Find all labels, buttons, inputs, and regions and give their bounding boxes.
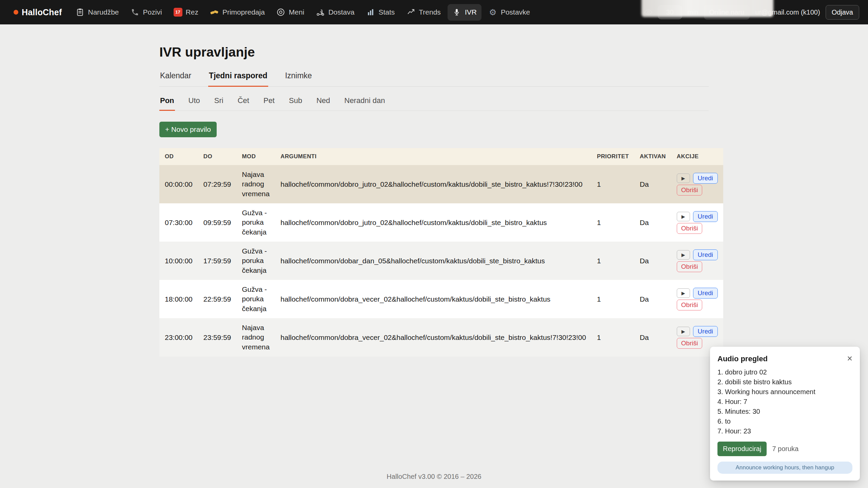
audio-item: 1. dobro jutro 02 bbox=[717, 367, 852, 377]
edit-button[interactable]: Uredi bbox=[693, 173, 718, 184]
main-nav: Narudžbe Pozivi 17 Rez Primopredaja Meni bbox=[71, 4, 535, 21]
cell-aktivan: Da bbox=[634, 280, 671, 318]
table-row[interactable]: 18:00:00 22:59:59 Gužva - poruka čekanja… bbox=[159, 280, 723, 318]
nav-label: IVR bbox=[465, 8, 477, 16]
nav-item-meni[interactable]: Meni bbox=[272, 4, 309, 21]
edit-button[interactable]: Uredi bbox=[693, 288, 718, 299]
calendar-icon: 17 bbox=[174, 8, 182, 17]
audio-preview-panel: Audio pregled × 1. dobro jutro 02 2. dob… bbox=[710, 347, 860, 481]
audio-note-pill: Announce working hours, then hangup bbox=[717, 462, 852, 474]
header-prioritet: PRIORITET bbox=[591, 148, 634, 165]
day-tab-cet[interactable]: Čet bbox=[237, 96, 250, 110]
delete-button[interactable]: Obriši bbox=[677, 338, 703, 349]
nav-item-rez[interactable]: 17 Rez bbox=[169, 4, 203, 20]
cell-aktivan: Da bbox=[634, 318, 671, 357]
day-tab-uto[interactable]: Uto bbox=[188, 96, 201, 110]
edit-button[interactable]: Uredi bbox=[693, 211, 718, 222]
nav-item-trends[interactable]: Trends bbox=[401, 4, 446, 21]
cell-od: 10:00:00 bbox=[159, 242, 198, 280]
table-row[interactable]: 00:00:00 07:29:59 Najava radnog vremena … bbox=[159, 165, 723, 203]
day-tab-neradni-dan[interactable]: Neradni dan bbox=[344, 96, 386, 110]
cell-prioritet: 1 bbox=[591, 242, 634, 280]
cell-akcije: ▶ Uredi Obriši bbox=[671, 242, 723, 280]
nav-item-postavke[interactable]: ⚙ Postavke bbox=[484, 4, 535, 21]
reproduce-button[interactable]: Reproduciraj bbox=[717, 442, 767, 456]
day-tab-pon[interactable]: Pon bbox=[159, 96, 175, 111]
nav-label: Stats bbox=[378, 8, 395, 16]
header-aktivan: AKTIVAN bbox=[634, 148, 671, 165]
cell-prioritet: 1 bbox=[591, 318, 634, 357]
cell-argumenti: hallochef/common/dobro_jutro_02&halloche… bbox=[275, 203, 591, 242]
online-orders-toggle[interactable]: Online naru bbox=[704, 5, 750, 20]
scooter-icon bbox=[316, 8, 325, 17]
minutes-input[interactable] bbox=[658, 5, 682, 19]
nav-item-ivr[interactable]: IVR bbox=[448, 4, 481, 21]
audio-item: 2. dobili ste bistro kaktus bbox=[717, 377, 852, 387]
brand-name: HalloChef bbox=[22, 7, 62, 17]
nav-label: Postavke bbox=[501, 8, 530, 16]
cell-od: 00:00:00 bbox=[159, 165, 198, 203]
top-nav: HalloChef Narudžbe Pozivi 17 Rez Primopr… bbox=[0, 0, 868, 24]
day-tabs: Pon Uto Sri Čet Pet Sub Ned Neradni dan bbox=[159, 96, 709, 111]
brand[interactable]: HalloChef bbox=[14, 7, 62, 17]
edit-button[interactable]: Uredi bbox=[693, 249, 718, 260]
cell-aktivan: Da bbox=[634, 203, 671, 242]
table-row[interactable]: 23:00:00 23:59:59 Najava radnog vremena … bbox=[159, 318, 723, 357]
nav-item-dostava[interactable]: Dostava bbox=[311, 4, 359, 21]
page-title: IVR upravljanje bbox=[159, 45, 709, 60]
audio-item: 7. Hour: 23 bbox=[717, 426, 852, 436]
cell-od: 18:00:00 bbox=[159, 280, 198, 318]
cell-aktivan: Da bbox=[634, 242, 671, 280]
day-tab-sri[interactable]: Sri bbox=[214, 96, 224, 110]
nav-item-primopredaja[interactable]: Primopredaja bbox=[205, 4, 270, 21]
cell-mod: Gužva - poruka čekanja bbox=[237, 203, 275, 242]
nav-right-cluster: min Online naru ur@gmail.com (k100) Odja… bbox=[644, 5, 859, 20]
handshake-icon bbox=[210, 8, 219, 17]
cell-do: 07:29:59 bbox=[198, 165, 237, 203]
bar-chart-icon bbox=[366, 8, 375, 17]
delete-button[interactable]: Obriši bbox=[677, 300, 703, 310]
brand-dot-icon bbox=[14, 10, 18, 15]
cell-aktivan: Da bbox=[634, 165, 671, 203]
account-email: ur@gmail.com (k100) bbox=[755, 8, 820, 16]
table-row[interactable]: 10:00:00 17:59:59 Gužva - poruka čekanja… bbox=[159, 242, 723, 280]
nav-item-pozivi[interactable]: Pozivi bbox=[126, 4, 167, 21]
play-button[interactable]: ▶ bbox=[677, 212, 690, 221]
play-button[interactable]: ▶ bbox=[677, 174, 690, 183]
new-rule-button[interactable]: + Novo pravilo bbox=[159, 122, 217, 137]
plate-icon bbox=[276, 8, 285, 17]
logout-button[interactable]: Odjava bbox=[826, 5, 859, 20]
delete-button[interactable]: Obriši bbox=[677, 261, 703, 272]
close-icon[interactable]: × bbox=[847, 354, 852, 363]
cell-argumenti: hallochef/common/dobar_dan_05&hallochef/… bbox=[275, 242, 591, 280]
table-row[interactable]: 07:30:00 09:59:59 Gužva - poruka čekanja… bbox=[159, 203, 723, 242]
tab-iznimke[interactable]: Iznimke bbox=[284, 71, 313, 86]
nav-item-stats[interactable]: Stats bbox=[361, 4, 399, 21]
cell-argumenti: hallochef/common/dobra_vecer_02&halloche… bbox=[275, 318, 591, 357]
edit-button[interactable]: Uredi bbox=[693, 326, 718, 337]
cell-mod: Gužva - poruka čekanja bbox=[237, 280, 275, 318]
day-tab-pet[interactable]: Pet bbox=[263, 96, 275, 110]
delete-button[interactable]: Obriši bbox=[677, 185, 703, 196]
cell-argumenti: hallochef/common/dobra_vecer_02&halloche… bbox=[275, 280, 591, 318]
tab-kalendar[interactable]: Kalendar bbox=[159, 71, 192, 86]
table-header-row: OD DO MOD ARGUMENTI PRIORITET AKTIVAN AK… bbox=[159, 148, 723, 165]
tab-tjedni-raspored[interactable]: Tjedni raspored bbox=[208, 71, 268, 87]
trend-chart-icon bbox=[406, 8, 415, 17]
cell-akcije: ▶ Uredi Obriši bbox=[671, 203, 723, 242]
delete-button[interactable]: Obriši bbox=[677, 223, 703, 234]
cell-od: 23:00:00 bbox=[159, 318, 198, 357]
audio-item: 4. Hour: 7 bbox=[717, 397, 852, 407]
audio-item-list: 1. dobro jutro 02 2. dobili ste bistro k… bbox=[717, 367, 852, 436]
day-tab-ned[interactable]: Ned bbox=[316, 96, 331, 110]
play-button[interactable]: ▶ bbox=[677, 250, 690, 260]
phone-icon bbox=[131, 8, 140, 17]
audio-item: 5. Minutes: 30 bbox=[717, 407, 852, 416]
play-button[interactable]: ▶ bbox=[677, 288, 690, 298]
nav-label: Primopredaja bbox=[222, 8, 265, 16]
day-tab-sub[interactable]: Sub bbox=[288, 96, 303, 110]
nav-item-narudzbe[interactable]: Narudžbe bbox=[71, 4, 123, 21]
eye-icon bbox=[644, 8, 652, 16]
play-button[interactable]: ▶ bbox=[677, 327, 690, 336]
cell-akcije: ▶ Uredi Obriši bbox=[671, 165, 723, 203]
